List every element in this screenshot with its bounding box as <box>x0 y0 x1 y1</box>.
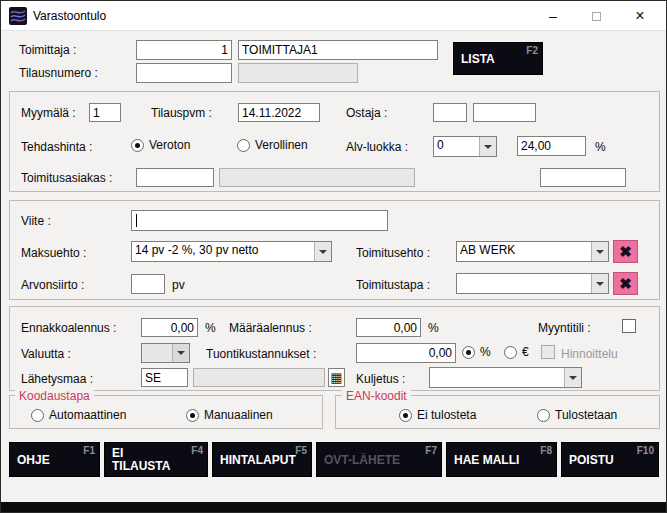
coding-method-group-title: Koodaustapa <box>15 389 94 403</box>
dispatch-country-input[interactable] <box>141 368 188 387</box>
radio-ei-tulosteta[interactable]: Ei tulosteta <box>399 408 476 422</box>
sales-account-label: Myyntitili : <box>538 321 591 335</box>
varastoontulo-window: Varastoontulo – × Toimittaja : Tilausnum… <box>0 0 667 513</box>
delivery-customer-code-input[interactable] <box>136 168 214 187</box>
fkey-label: F1 <box>83 445 95 456</box>
delivery-customer-extra-input[interactable] <box>540 168 626 187</box>
reference-input[interactable] <box>131 210 388 231</box>
currency-combobox <box>141 343 190 363</box>
delivery-term-combobox[interactable]: AB WERK <box>456 241 609 262</box>
fkey-label: F10 <box>637 445 654 456</box>
advance-discount-percent-sign: % <box>205 321 216 335</box>
radio-tulostetaan[interactable]: Tulostetaan <box>537 408 617 422</box>
store-input[interactable] <box>89 103 121 122</box>
radio-import-cost-percent[interactable]: % <box>462 345 491 359</box>
transport-combobox[interactable] <box>429 367 582 388</box>
radio-euro-label: € <box>522 345 529 359</box>
value-transfer-label: Arvonsiirto : <box>21 278 84 292</box>
radio-circle-icon <box>462 346 475 359</box>
window-title: Varastoontulo <box>33 9 106 23</box>
order-number-input[interactable] <box>136 63 232 83</box>
radio-veroton-label: Veroton <box>149 138 190 152</box>
advance-discount-input[interactable] <box>141 318 198 337</box>
button-label: HINTALAPUT <box>220 453 296 466</box>
radio-circle-icon <box>237 139 250 152</box>
clear-x-icon: ✖ <box>619 275 632 293</box>
import-costs-input[interactable] <box>356 343 456 363</box>
poistu-button[interactable]: F10 POISTU <box>561 442 659 477</box>
radio-percent-label: % <box>480 345 491 359</box>
radio-circle-icon <box>186 409 199 422</box>
radio-import-cost-euro[interactable]: € <box>504 345 529 359</box>
delivery-method-label: Toimitustapa : <box>356 278 430 292</box>
hintalaput-button[interactable]: F5 HINTALAPUT <box>212 442 312 477</box>
radio-tulostetaan-label: Tulostetaan <box>555 408 617 422</box>
vat-percent-sign: % <box>595 140 606 154</box>
radio-circle-icon <box>399 409 412 422</box>
currency-label: Valuutta : <box>21 347 71 361</box>
quantity-discount-label: Määräalennus : <box>229 321 312 335</box>
delivery-method-combobox[interactable] <box>456 273 609 294</box>
button-label: HAE MALLI <box>454 453 519 466</box>
dispatch-country-lookup-button[interactable]: ▦ <box>328 368 345 387</box>
dispatch-country-name-field <box>193 368 325 387</box>
import-costs-label: Tuontikustannukset : <box>206 347 316 361</box>
radio-automaattinen[interactable]: Automaattinen <box>31 408 126 422</box>
supplier-label: Toimittaja : <box>19 43 76 57</box>
order-date-input[interactable] <box>238 103 320 122</box>
radio-verollinen[interactable]: Verollinen <box>237 138 308 152</box>
dropdown-arrow-icon <box>479 137 496 156</box>
pricing-label: Hinnoittelu <box>561 347 618 361</box>
order-number-label: Tilausnumero : <box>19 66 98 80</box>
supplier-code-input[interactable] <box>136 40 232 60</box>
dropdown-arrow-icon <box>314 242 331 261</box>
ohje-button[interactable]: F1 OHJE <box>9 442 100 477</box>
lista-fkey-label: F2 <box>526 45 538 56</box>
dropdown-arrow-icon <box>591 242 608 261</box>
close-button[interactable]: × <box>625 4 655 28</box>
transport-label: Kuljetus : <box>356 372 405 386</box>
clear-delivery-method-button[interactable]: ✖ <box>613 272 638 295</box>
vat-percent-input[interactable] <box>517 136 586 156</box>
radio-circle-icon <box>504 346 517 359</box>
buyer-name-input[interactable] <box>473 103 536 122</box>
app-logo-icon <box>9 7 27 25</box>
window-bottom-strip <box>1 502 666 512</box>
value-transfer-unit-label: pv <box>172 278 185 292</box>
radio-manuaalinen-label: Manuaalinen <box>204 408 273 422</box>
radio-circle-icon <box>537 409 550 422</box>
sales-account-checkbox[interactable] <box>622 319 636 333</box>
payment-term-combobox[interactable]: 14 pv -2 %, 30 pv netto <box>131 241 332 262</box>
delivery-term-label: Toimitusehto : <box>356 246 430 260</box>
vat-class-combobox[interactable]: 0 <box>433 136 497 157</box>
store-label: Myymälä : <box>21 106 76 120</box>
order-number-alt-field <box>238 63 358 83</box>
button-label: POISTU <box>569 453 614 466</box>
hae-malli-button[interactable]: F8 HAE MALLI <box>446 442 557 477</box>
title-bar: Varastoontulo – × <box>1 1 666 31</box>
dropdown-arrow-icon <box>172 344 189 362</box>
button-label: EI TILAUSTA <box>112 447 174 473</box>
buyer-code-input[interactable] <box>433 103 467 122</box>
ovt-lahete-button: F7 OVT-LÄHETE <box>316 442 442 477</box>
fkey-label: F7 <box>425 445 437 456</box>
maximize-button <box>581 4 611 28</box>
grid-icon: ▦ <box>330 371 342 384</box>
supplier-name-input[interactable] <box>238 40 438 60</box>
payment-term-label: Maksuehto : <box>21 246 86 260</box>
quantity-discount-input[interactable] <box>356 318 421 337</box>
fkey-label: F4 <box>191 445 203 456</box>
fkey-label: F5 <box>295 445 307 456</box>
delivery-customer-name-field <box>219 168 415 187</box>
button-label: OHJE <box>17 453 50 466</box>
reference-label: Viite : <box>21 214 51 228</box>
advance-discount-label: Ennakkoalennus : <box>21 321 116 335</box>
lista-button[interactable]: F2 LISTA <box>453 42 543 75</box>
radio-veroton[interactable]: Veroton <box>131 138 190 152</box>
minimize-button[interactable]: – <box>538 4 568 28</box>
clear-delivery-term-button[interactable]: ✖ <box>613 240 638 263</box>
ei-tilausta-button[interactable]: F4 EI TILAUSTA <box>104 442 208 477</box>
value-transfer-input[interactable] <box>131 274 165 294</box>
radio-manuaalinen[interactable]: Manuaalinen <box>186 408 273 422</box>
currency-value <box>142 344 172 362</box>
